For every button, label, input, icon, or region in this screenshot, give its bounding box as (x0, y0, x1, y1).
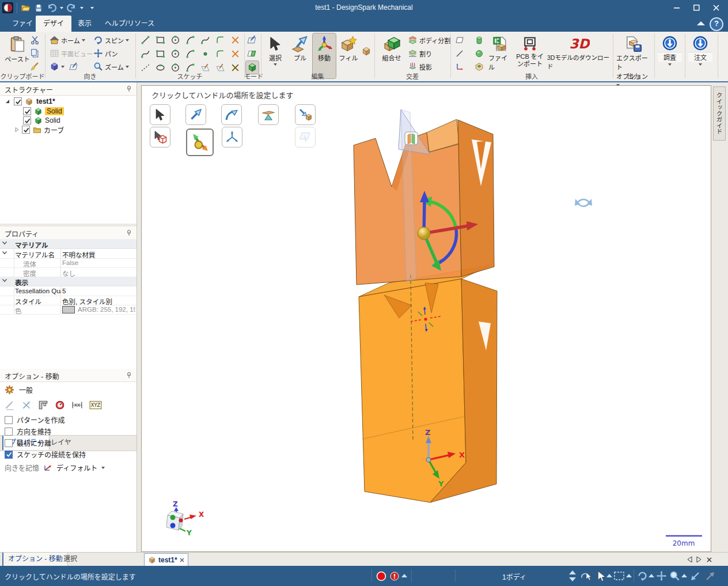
import-pcb-button[interactable]: PCB をインポート (514, 33, 546, 67)
view-cube-button[interactable] (50, 62, 79, 71)
plan-view-button[interactable]: 平面ビュー (50, 48, 93, 58)
xyz-coords-icon[interactable] (89, 400, 102, 410)
error-dropdown-icon[interactable] (401, 574, 407, 579)
download-3d-model-button[interactable]: 3D 3Dモデルのダウンロード (547, 33, 612, 70)
pan-tool-button[interactable] (656, 570, 667, 581)
zoom-button[interactable]: ズーム (93, 62, 129, 71)
sketch-tool-icon[interactable] (214, 33, 226, 46)
tree-row-solid-2[interactable]: Solid (0, 116, 136, 125)
select-dropdown-icon[interactable] (606, 574, 612, 579)
sketch-tool-icon[interactable] (214, 47, 226, 60)
spin-dropdown-icon[interactable] (649, 574, 654, 579)
copy-icon[interactable] (30, 48, 40, 58)
tab-file[interactable]: ファイル (5, 16, 40, 32)
property-row-material-name[interactable]: マテリアル名不明な材質 (0, 249, 136, 259)
split-button[interactable]: 割り (408, 48, 432, 58)
document-tab-test1[interactable]: test1* (144, 553, 188, 566)
zoom-tool-button[interactable] (669, 570, 680, 581)
next-tab-icon[interactable] (696, 557, 702, 562)
sketch-tool-icon[interactable] (154, 33, 166, 46)
insert-line-icon[interactable] (455, 49, 464, 58)
property-row-fluid[interactable]: 流体False (0, 258, 136, 268)
gizmo-origin-ball[interactable] (418, 227, 430, 240)
tab-view[interactable]: 表示 (69, 16, 100, 32)
sketch-tool-icon[interactable] (169, 33, 181, 46)
format-painter-icon[interactable] (30, 62, 40, 71)
insert-file-button[interactable]: ファイル (488, 33, 513, 71)
tree-row-root[interactable]: test1* (0, 97, 136, 106)
prev-tab-icon[interactable] (687, 557, 692, 562)
deselect-cursor-icon[interactable] (581, 570, 592, 582)
orientation-cube[interactable]: Z X Y (166, 500, 204, 537)
sketch-tool-icon[interactable] (139, 47, 151, 60)
zoom-dropdown-icon[interactable] (681, 574, 687, 579)
tab-design[interactable]: デザイン (36, 16, 71, 32)
close-tab-icon[interactable] (180, 558, 184, 562)
sketch-tool-icon[interactable] (184, 47, 196, 60)
paste-button[interactable]: ペースト (5, 33, 30, 63)
caliper-icon[interactable] (38, 400, 48, 410)
tab-help-resources[interactable]: ヘルプ/リソース (98, 16, 161, 32)
visibility-checkbox[interactable] (23, 116, 31, 124)
close-button[interactable] (706, 0, 726, 16)
sketch-tool-icon[interactable] (154, 47, 166, 60)
record-stop-icon[interactable] (376, 571, 386, 581)
tree-row-curves[interactable]: カーブ (0, 125, 136, 134)
pan-button[interactable]: パン (93, 48, 118, 58)
maximize-button[interactable] (687, 0, 706, 16)
check-keep-orientation[interactable]: 方向を維持 (5, 426, 51, 436)
property-row-tessellation[interactable]: Tessellation Qua5 (0, 286, 136, 296)
property-row-color[interactable]: 色 ARGB: 255, 192, 192 (0, 305, 136, 315)
check-create-pattern[interactable]: パターンを作成 (5, 415, 65, 425)
fill-tool-button[interactable]: フィル (337, 33, 360, 62)
pin-icon[interactable] (126, 85, 132, 92)
tree-row-solid-1[interactable]: Solid (0, 107, 136, 116)
tree-label-curves[interactable]: カーブ (44, 125, 64, 135)
cut-icon[interactable] (30, 35, 40, 45)
minimize-button[interactable] (667, 0, 687, 16)
insert-cylinder-icon[interactable] (475, 36, 484, 45)
gauge-icon[interactable] (55, 400, 65, 410)
expander-open-icon[interactable] (5, 99, 10, 104)
blend-icon[interactable] (361, 46, 371, 56)
tab-select[interactable]: 選択 (59, 553, 82, 566)
select-tool-button[interactable]: 選択 (263, 33, 287, 66)
insert-plane-icon[interactable] (455, 36, 464, 45)
options-general-row[interactable]: 一般 (5, 385, 33, 395)
collapse-ribbon-icon[interactable] (697, 21, 705, 27)
sketch-tool-icon[interactable] (229, 47, 241, 60)
orientation-dropdown-icon[interactable] (101, 467, 105, 469)
select-cursor-button[interactable] (597, 570, 606, 582)
insert-axis-icon[interactable] (455, 62, 464, 71)
insert-sphere-icon[interactable] (475, 49, 484, 58)
property-row-style[interactable]: スタイル色別, スタイル別 (0, 296, 136, 305)
zoom-stepper-icon[interactable] (569, 570, 576, 582)
pin-icon[interactable] (126, 372, 132, 379)
visibility-checkbox[interactable] (23, 107, 31, 115)
3d-scene[interactable]: Z X Y Z X (142, 86, 710, 550)
property-section-display[interactable]: 表示 (0, 277, 136, 286)
previous-view-button[interactable] (690, 571, 700, 581)
property-row-density[interactable]: 密度なし (0, 267, 136, 277)
check-keep-sketch-connection[interactable]: スケッチの接続を保持 (5, 449, 86, 459)
sketch-tool-icon[interactable] (199, 33, 211, 46)
tree-label-root[interactable]: test1* (36, 97, 55, 105)
split-body-button[interactable]: ボディ分割 (408, 35, 450, 45)
help-button[interactable]: ? (710, 17, 723, 31)
insert-shell-icon[interactable] (475, 62, 484, 71)
section-mode-button[interactable] (246, 47, 259, 60)
box-select-button[interactable] (614, 572, 624, 581)
tab-options-move[interactable]: オプション - 移動 (2, 553, 68, 566)
investigate-button[interactable]: 調査 (658, 33, 682, 66)
sketch-mode-button[interactable] (246, 33, 259, 46)
pin-icon[interactable] (126, 229, 132, 236)
tree-label-solid[interactable]: Solid (45, 116, 60, 124)
sketch-view-icon[interactable] (69, 62, 79, 71)
ruler-pen-icon[interactable] (5, 400, 15, 410)
quick-guide-tab[interactable]: クイックガイド (713, 86, 726, 141)
check-detach-first[interactable]: 最初に分離 (5, 438, 51, 448)
visibility-checkbox[interactable] (14, 97, 22, 105)
model-viewport[interactable]: クリックしてハンドルの場所を設定します (141, 85, 711, 552)
sketch-tool-icon[interactable] (199, 47, 211, 60)
property-section-material[interactable]: マテリアル (0, 239, 136, 249)
